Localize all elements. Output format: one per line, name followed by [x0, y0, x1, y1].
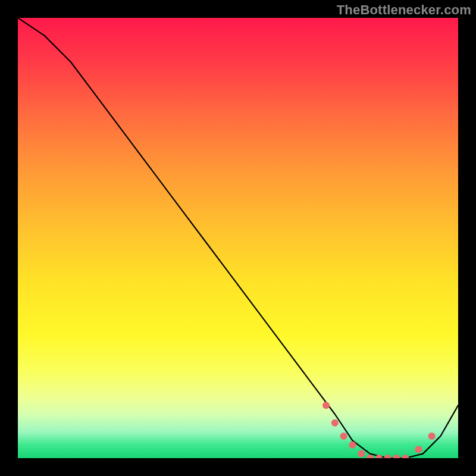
plot-area	[18, 18, 458, 458]
marker-point	[402, 455, 409, 458]
marker-point	[367, 455, 374, 458]
marker-point	[428, 433, 436, 440]
marker-point	[415, 446, 422, 453]
bottleneck-curve-line	[18, 18, 458, 458]
marker-point	[331, 419, 339, 427]
marker-point	[358, 450, 365, 458]
marker-point	[322, 402, 330, 409]
marker-point	[384, 455, 392, 458]
watermark-text: TheBottlenecker.com	[337, 2, 471, 18]
marker-point	[349, 441, 356, 449]
chart-svg	[18, 18, 458, 458]
highlighted-points	[322, 402, 436, 458]
chart-frame: TheBottlenecker.com	[0, 0, 476, 476]
marker-point	[393, 455, 400, 458]
marker-point	[340, 433, 347, 440]
